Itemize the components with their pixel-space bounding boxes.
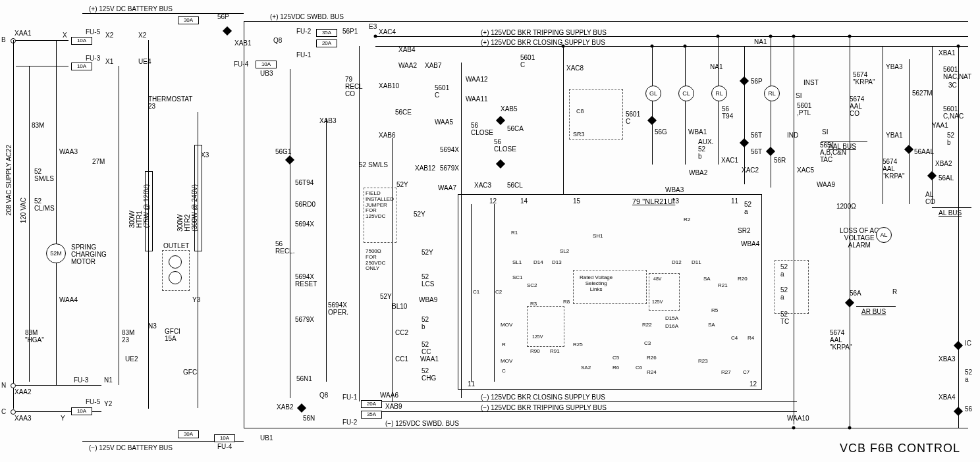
nlr-r2: R2 <box>684 217 690 223</box>
nlr-d14: D14 <box>533 260 543 266</box>
term-c: C <box>1 408 6 415</box>
fu2-bot: FU-2 <box>342 419 357 426</box>
si2: SI <box>822 128 828 136</box>
lcs52: 52 LCS <box>422 273 434 288</box>
wba9: WBA9 <box>419 296 437 303</box>
waa2: WAA2 <box>398 62 417 69</box>
wba3: WBA3 <box>665 186 684 193</box>
bus-trip-neg: (−) 125VDC BKR TRIPPING SUPPLY BUS <box>481 404 607 411</box>
t56: 56T94 <box>295 179 313 186</box>
left-x2a: X2 <box>105 32 113 39</box>
ub3: UB3 <box>260 70 273 77</box>
bus-swbd-pos: (+) 125VDC SWBD. BUS <box>270 13 344 20</box>
a52r: 52 a <box>965 369 972 383</box>
ic: IC <box>965 340 971 347</box>
y52c: 52Y <box>422 249 433 256</box>
na1b: NA1 <box>754 38 767 45</box>
yba3: YBA3 <box>886 63 903 70</box>
x5679b: 5679X <box>440 165 459 172</box>
nlr-p11b: 11 <box>731 197 738 205</box>
bl10: BL10 <box>392 303 407 310</box>
xac8: XAC8 <box>566 64 584 72</box>
waa6: WAA6 <box>380 392 398 399</box>
supply-208: 208 VAC SUPPLY AC22 <box>5 145 13 216</box>
xac3: XAC3 <box>474 182 491 189</box>
nlr-r23: R23 <box>698 359 708 365</box>
bus-trip-pos: (+) 125VDC BKR TRIPPING SUPPLY BUS <box>481 29 607 36</box>
nlr-v125b: 125V <box>652 299 663 305</box>
recl79: 79 RECL CO <box>345 76 363 97</box>
fu4-bot-l: FU-4 <box>217 443 232 450</box>
ptl5601: 5601 ,PTL <box>797 102 811 116</box>
left-x: X <box>63 32 67 39</box>
n56r: 56 <box>965 405 972 413</box>
y3: Y3 <box>192 296 200 303</box>
y52a: 52Y <box>396 181 408 188</box>
m5627: 5627M <box>912 90 933 97</box>
fu5-top-rating: 10A <box>71 37 92 45</box>
p56p1: 56P1 <box>342 28 358 35</box>
xab10: XAB10 <box>379 82 399 90</box>
loss-ac: LOSS OF AC VOLTAGE ALARM <box>840 227 879 249</box>
nlr-sh1: SH1 <box>593 234 603 240</box>
q8-top: Q8 <box>273 37 282 44</box>
lamp-rl: RL <box>711 86 727 101</box>
left-n1: N1 <box>104 376 113 384</box>
fu2: FU-2 <box>296 28 311 35</box>
aal56: 56AAL <box>914 148 934 155</box>
lamp-cl: CL <box>678 86 694 101</box>
wba1: WBA1 <box>688 128 707 136</box>
inst: INST <box>803 79 819 86</box>
n3: N3 <box>148 322 157 330</box>
c5601b: 5601 C <box>626 111 640 125</box>
fu1: FU-1 <box>296 51 311 59</box>
waa9: WAA9 <box>817 181 835 188</box>
fuse-30a-bot: 30A <box>178 430 199 438</box>
fu1r-bot: 20A <box>361 400 382 408</box>
nlr-sa2: SA2 <box>581 365 591 371</box>
xab6: XAB6 <box>379 132 396 139</box>
nlr-d15a: D15A <box>665 316 678 322</box>
term-b: B <box>1 36 6 43</box>
bus-close-pos: (+) 125VDC BKR CLOSING SUPPLY BUS <box>481 39 605 46</box>
left-y2: Y2 <box>104 400 112 407</box>
xba2: XBA2 <box>935 160 952 167</box>
alco: AL CO <box>925 191 935 205</box>
nlr-r8: R8 <box>563 299 570 305</box>
left-x1: X1 <box>105 58 113 65</box>
reset5694x: 5694X RESET <box>295 273 317 288</box>
nlr-r1: R1 <box>511 230 518 236</box>
xac1: XAC1 <box>721 157 738 164</box>
fu2r-bot: 35A <box>361 411 382 419</box>
nlr-title: 79 "NLR21U" <box>632 197 675 205</box>
m27: 27M <box>92 158 105 165</box>
aal5674: 5674 AAL CO <box>850 95 864 117</box>
bus-swbd-neg: (−) 125VDC SWBD. BUS <box>385 420 459 427</box>
fu5-bot-rating: 10A <box>71 407 92 415</box>
nlr-sl2: SL2 <box>560 249 569 255</box>
nlr-r6: R6 <box>612 365 619 371</box>
nlr-r27: R27 <box>721 370 731 376</box>
y52d: 52Y <box>380 293 392 300</box>
cnac5601: 5601 C <box>520 54 535 68</box>
krpa5674: 5674 "KRPA" <box>853 71 875 86</box>
nlr-p12: 12 <box>489 197 497 205</box>
nlr-p15: 15 <box>573 197 580 205</box>
waa11: WAA11 <box>466 95 488 103</box>
a52c: 52 a <box>780 286 788 301</box>
xac2: XAC2 <box>742 167 759 174</box>
nlr-mov: MOV <box>501 322 512 328</box>
ind: IND <box>787 132 798 139</box>
aal5674c: 5674 AAL "KRPA" <box>830 329 852 351</box>
t56l: 56T <box>751 132 762 139</box>
xba1: XBA1 <box>939 49 956 57</box>
nlr-p12b: 12 <box>749 380 757 388</box>
fu5-bot: FU-5 <box>86 398 100 405</box>
nlr-c5: C5 <box>612 355 619 361</box>
lamp-rl2: RL <box>764 86 780 101</box>
ar-bus: AR BUS <box>861 308 886 315</box>
fu3-bot: FU-3 <box>74 376 88 384</box>
xab1: XAB1 <box>234 39 252 47</box>
xba4: XBA4 <box>939 394 956 401</box>
tc52: 52 TC <box>780 311 789 325</box>
